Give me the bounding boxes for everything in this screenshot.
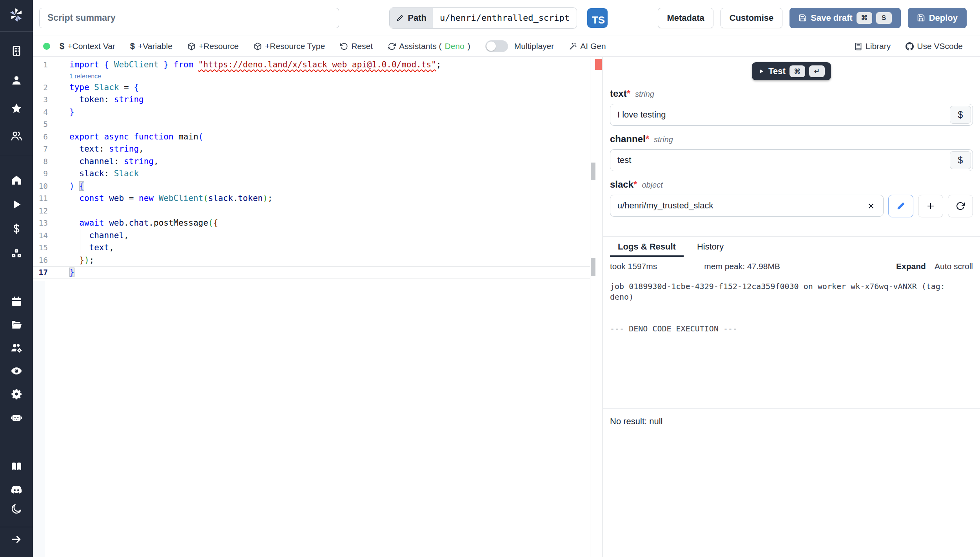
insert-variable-button[interactable]: $	[950, 151, 971, 169]
add-resource-type-button[interactable]: +Resource Type	[254, 42, 325, 51]
insert-variable-button[interactable]: $	[950, 106, 971, 124]
code-line-14: 14 channel,	[33, 230, 590, 242]
indent-guide	[70, 143, 70, 156]
reset-label: Reset	[351, 42, 373, 51]
code-line-17: 17}	[33, 266, 590, 279]
line-number: 5	[33, 118, 48, 131]
arguments-form: text* string $ channel* string $ slack*	[603, 88, 980, 217]
script-summary-input[interactable]	[39, 8, 339, 28]
line-number: 13	[33, 217, 48, 230]
code-text: const web = new WebClient(slack.token);	[69, 192, 273, 205]
play-icon	[758, 68, 764, 74]
editor-scrollbar[interactable]	[590, 57, 603, 557]
use-vscode-button[interactable]: Use VScode	[906, 42, 963, 51]
path-group: Path u/henri/enthralled_script TS	[389, 7, 608, 29]
code-line-16: 16 });	[33, 254, 590, 267]
field-type: string	[654, 135, 673, 144]
scrollbar-handle[interactable]	[591, 258, 595, 276]
robot-icon	[11, 412, 22, 423]
sidebar-item-arrow-right[interactable]	[0, 530, 33, 549]
codelens-reference[interactable]: 1 reference	[69, 71, 590, 81]
test-button[interactable]: Test ⌘↵	[752, 62, 831, 80]
sidebar-item-dollar[interactable]	[0, 219, 33, 238]
code-line-2: 2type Slack = {	[33, 81, 590, 94]
customise-button[interactable]: Customise	[720, 8, 782, 28]
code-line-15: 15 text,	[33, 242, 590, 254]
save-draft-button[interactable]: Save draft ⌘S	[789, 8, 900, 28]
sidebar-item-eye[interactable]	[0, 362, 33, 380]
assistants-button[interactable]: Assistants (Deno)	[388, 42, 470, 51]
code-text: await web.chat.postMessage({	[69, 217, 218, 230]
indent-guide	[70, 156, 70, 168]
field-label-text: text* string	[610, 88, 973, 101]
sidebar-item-star[interactable]	[0, 99, 33, 118]
sidebar-item-users[interactable]	[0, 127, 33, 145]
code-text: token: string	[69, 94, 144, 106]
add-resource-type-label: +Resource Type	[265, 42, 325, 51]
scrollbar-handle[interactable]	[591, 163, 595, 180]
add-context-var-button[interactable]: $ +Context Var	[60, 41, 115, 51]
sidebar-item-building[interactable]	[0, 42, 33, 60]
editor-gutter	[33, 281, 45, 557]
sidebar-divider	[0, 31, 33, 32]
sidebar-item-discord[interactable]	[0, 480, 33, 499]
sidebar-item-user[interactable]	[0, 71, 33, 90]
autoscroll-toggle[interactable]: Auto scroll	[935, 262, 973, 271]
slack-resource-input[interactable]	[610, 195, 884, 217]
line-number: 8	[33, 156, 48, 168]
refresh-resource-button[interactable]	[948, 195, 973, 217]
indent-guide	[70, 242, 70, 254]
line-number: 17	[33, 266, 48, 279]
expand-button[interactable]: Expand	[896, 262, 926, 271]
channel-field-input[interactable]	[610, 149, 973, 171]
code-text: export async function main(	[69, 131, 203, 143]
use-vscode-label: Use VScode	[917, 42, 963, 51]
sidebar-item-gear[interactable]	[0, 385, 33, 403]
deploy-button[interactable]: Deploy	[908, 8, 967, 28]
path-badge[interactable]: Path u/henri/enthralled_script	[389, 7, 577, 29]
code-text: text,	[69, 242, 114, 254]
tab-logs-result[interactable]: Logs & Result	[610, 237, 684, 257]
sidebar-item-boxes[interactable]	[0, 244, 33, 263]
indent-guide	[70, 217, 70, 230]
sidebar-item-calendar[interactable]	[0, 292, 33, 311]
undo-icon	[340, 42, 348, 51]
sidebar-item-moon[interactable]	[0, 499, 33, 518]
ai-gen-button[interactable]: AI Gen	[569, 42, 606, 51]
editor-toolbar: $ +Context Var $ +Variable +Resource +Re…	[33, 36, 980, 57]
code-editor[interactable]: 1import { WebClient } from "https://deno…	[33, 57, 603, 557]
edit-resource-button[interactable]	[888, 195, 913, 217]
sidebar-item-users-cog[interactable]	[0, 338, 33, 357]
arrow-right-icon	[11, 533, 22, 545]
tab-history[interactable]: History	[689, 237, 731, 257]
reset-button[interactable]: Reset	[340, 42, 373, 51]
required-asterisk: *	[646, 134, 649, 145]
add-variable-button[interactable]: $ +Variable	[130, 41, 172, 51]
path-value[interactable]: u/henri/enthralled_script	[433, 8, 577, 28]
add-resource-button[interactable]	[918, 195, 943, 217]
library-button[interactable]: Library	[854, 42, 891, 51]
toggle-knob	[486, 42, 496, 51]
code-text: channel,	[69, 230, 129, 242]
wand-icon	[569, 42, 577, 51]
metadata-button[interactable]: Metadata	[658, 8, 713, 28]
windmill-logo[interactable]	[8, 6, 25, 24]
code-text: import { WebClient } from "https://deno.…	[69, 59, 441, 71]
sidebar-item-robot[interactable]	[0, 408, 33, 427]
multiplayer-toggle[interactable]	[485, 40, 508, 52]
code-line-5: 5	[33, 118, 590, 131]
dollar-icon	[11, 223, 22, 235]
pencil-icon	[396, 14, 404, 22]
add-resource-button[interactable]: +Resource	[187, 42, 239, 51]
field-name: slack	[610, 179, 633, 190]
text-field-input[interactable]	[610, 104, 973, 126]
calendar-icon	[11, 296, 22, 307]
sidebar-item-book-open[interactable]	[0, 457, 33, 476]
sidebar-item-folder-open[interactable]	[0, 315, 33, 334]
home-icon	[11, 174, 22, 186]
clear-resource-button[interactable]	[862, 195, 880, 217]
path-label: Path	[408, 13, 426, 23]
sidebar-item-play[interactable]	[0, 195, 33, 214]
duration-text: took 1597ms	[610, 262, 657, 271]
sidebar-item-home[interactable]	[0, 171, 33, 190]
